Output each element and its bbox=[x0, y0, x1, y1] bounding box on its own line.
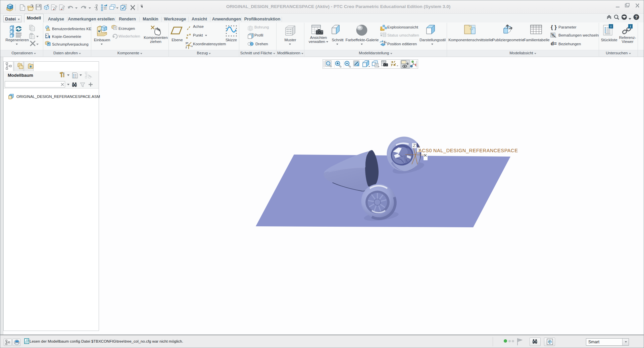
svg-text:NAL_DESIGN_REFERANCESPACE: NAL_DESIGN_REFERANCESPACE bbox=[433, 148, 518, 153]
svg-text:?: ? bbox=[635, 15, 638, 20]
svg-text:ACS0: ACS0 bbox=[418, 148, 432, 153]
